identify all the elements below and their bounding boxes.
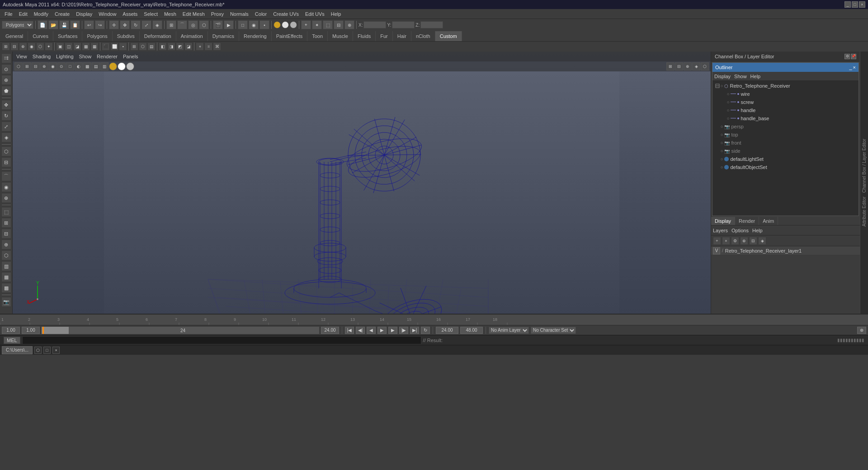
tb2-anim1[interactable]: ⌖ [196, 42, 204, 51]
cb-tab-anim[interactable]: Anim [759, 217, 778, 225]
lt-poly7[interactable]: ▦ [1, 272, 11, 282]
outliner-item-handle-base[interactable]: ○ handle_base [712, 114, 859, 122]
tab-fur[interactable]: Fur [376, 31, 393, 41]
outliner-win-controls[interactable]: _ × [849, 65, 856, 70]
scale-tool[interactable]: ⤢ [142, 20, 151, 29]
outliner-menu-display[interactable]: Display [714, 74, 731, 79]
outliner-item-group[interactable]: ○ ⬡ Retro_Telephone_Receiver [712, 82, 859, 90]
tab-dynamics[interactable]: Dynamics [208, 31, 239, 41]
tb2-anim2[interactable]: ⌗ [204, 42, 212, 51]
light-btn-3[interactable] [290, 21, 297, 28]
tb2-extra2[interactable]: ⬡ [139, 42, 147, 51]
play-next-frame[interactable]: ▶ [388, 327, 397, 334]
tab-subdivs[interactable]: Subdivs [113, 31, 140, 41]
snap-point[interactable]: ◎ [188, 20, 198, 29]
lt-select[interactable]: ⮆ [1, 53, 11, 63]
layer-menu-help[interactable]: Help [752, 228, 763, 233]
range-thumb[interactable] [42, 327, 69, 334]
panel-gear[interactable]: ⚙ [844, 54, 850, 59]
range-end2-input[interactable] [460, 327, 483, 334]
end-frame-input[interactable] [321, 327, 339, 334]
menu-create-uvs[interactable]: Create UVs [270, 10, 302, 18]
outliner-item-objectset[interactable]: ○ defaultObjectSet [712, 163, 859, 171]
outliner-item-top[interactable]: ○ 📷 top [712, 131, 859, 139]
tab-toon[interactable]: Toon [307, 31, 328, 41]
taskbar-icon1[interactable]: ⬡ [34, 347, 42, 354]
light-btn-2[interactable] [282, 21, 289, 28]
tab-animation[interactable]: Animation [176, 31, 208, 41]
layer-menu-layers[interactable]: Layers [713, 228, 728, 233]
anim-layer-select[interactable]: No Anim Layer [489, 327, 529, 334]
tab-painteffects[interactable]: PaintEffects [272, 31, 308, 41]
play-prev-frame[interactable]: ◀ [367, 327, 376, 334]
undo-btn[interactable]: ↩ [84, 20, 94, 29]
y-input[interactable] [392, 21, 415, 28]
lt-sculpt[interactable]: ⬟ [1, 86, 11, 96]
menu-file[interactable]: File [2, 10, 15, 18]
z-input[interactable] [420, 21, 443, 28]
vp-cam-front[interactable]: ⊟ [32, 62, 40, 70]
play-loop[interactable]: ↻ [421, 327, 430, 334]
lt-last[interactable]: ◈ [1, 132, 11, 142]
play-prev-key[interactable]: ◀| [356, 327, 365, 334]
vp-menu-view[interactable]: View [16, 54, 27, 59]
snap-surface[interactable]: ⬡ [199, 20, 209, 29]
vp-smooth[interactable]: ◐ [75, 62, 83, 70]
vp-light-white[interactable] [118, 62, 126, 70]
menu-assets[interactable]: Assets [120, 10, 140, 18]
close-btn[interactable]: × [859, 1, 865, 8]
lt-poly1[interactable]: ⬚ [1, 207, 11, 217]
lt-poly2[interactable]: ⊞ [1, 218, 11, 228]
lt-scale[interactable]: ⤢ [1, 122, 11, 132]
tab-surfaces[interactable]: Surfaces [53, 31, 82, 41]
tb2-snap3[interactable]: ⊕ [19, 42, 27, 51]
tb2-render1[interactable]: ⬛ [102, 42, 110, 51]
tool4[interactable]: ⊟ [334, 20, 344, 29]
open-btn[interactable]: 📂 [48, 20, 58, 29]
outliner-menu-help[interactable]: Help [750, 74, 761, 79]
menu-create[interactable]: Create [52, 10, 72, 18]
tb2-snap1[interactable]: ⊞ [2, 42, 10, 51]
taskbar-icon2[interactable]: □ [43, 347, 51, 354]
select-tool[interactable]: ✛ [109, 20, 119, 29]
display-wire[interactable]: □ [238, 20, 248, 29]
channel-box-side-label[interactable]: Channel Box / Layer Editor [862, 137, 867, 195]
playback-range-bar[interactable]: 24 [42, 327, 319, 334]
menu-window[interactable]: Window [96, 10, 119, 18]
vp-light2[interactable]: ▥ [100, 62, 108, 70]
cb-tab-render[interactable]: Render [735, 217, 759, 225]
tab-muscle[interactable]: Muscle [328, 31, 353, 41]
char-set-select[interactable]: No Character Set [531, 327, 576, 334]
new-btn[interactable]: 📄 [38, 20, 47, 29]
outliner-minimize[interactable]: _ [849, 65, 852, 70]
play-next-key[interactable]: |▶ [399, 327, 408, 334]
range-end-input[interactable] [436, 327, 458, 334]
tab-ncloth[interactable]: nCloth [411, 31, 435, 41]
outliner-item-wire[interactable]: ○ wire [712, 90, 859, 98]
vp-light-grey[interactable] [126, 62, 134, 70]
current-frame-input[interactable] [22, 327, 40, 334]
vp-light-yellow[interactable] [109, 62, 117, 70]
outliner-item-front[interactable]: ○ 📷 front [712, 139, 859, 147]
tb2-misc3[interactable]: ◩ [176, 42, 184, 51]
tb2-snap2[interactable]: ⊟ [10, 42, 19, 51]
vp-iso5[interactable]: ⬡ [701, 62, 709, 70]
layer-sel-obj-btn[interactable]: ◈ [758, 237, 766, 245]
tb2-view2[interactable]: ◫ [65, 42, 73, 51]
vp-light1[interactable]: ▤ [92, 62, 100, 70]
menu-normals[interactable]: Normals [227, 10, 251, 18]
tb2-view5[interactable]: ▦ [90, 42, 99, 51]
tool2[interactable]: ✦ [312, 20, 322, 29]
snap-grid[interactable]: ⊞ [166, 20, 176, 29]
cb-tab-display[interactable]: Display [711, 217, 735, 225]
menu-modify[interactable]: Modify [31, 10, 51, 18]
vp-snap2[interactable]: ⊙ [57, 62, 66, 70]
tb2-extra3[interactable]: ▤ [147, 42, 156, 51]
light-btn-1[interactable] [274, 21, 281, 28]
menu-proxy[interactable]: Proxy [208, 10, 226, 18]
outliner-item-handle[interactable]: ○ handle [712, 106, 859, 114]
tab-rendering[interactable]: Rendering [239, 31, 272, 41]
lt-poly3[interactable]: ⊟ [1, 229, 11, 239]
lt-poly6[interactable]: ▥ [1, 261, 11, 271]
ipr-render[interactable]: ▶ [224, 20, 234, 29]
